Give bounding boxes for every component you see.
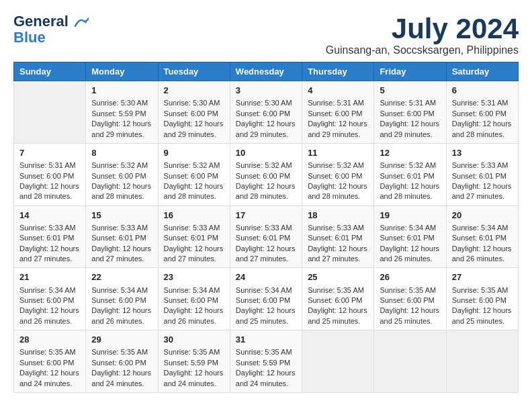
calendar-cell: 18Sunrise: 5:33 AM Sunset: 6:01 PM Dayli… [302,205,374,268]
calendar-cell: 19Sunrise: 5:34 AM Sunset: 6:01 PM Dayli… [374,205,446,268]
day-info: Sunrise: 5:34 AM Sunset: 6:01 PM Dayligh… [380,223,440,265]
logo-line2: Blue [13,30,89,46]
day-info: Sunrise: 5:35 AM Sunset: 6:00 PM Dayligh… [91,347,152,389]
day-info: Sunrise: 5:33 AM Sunset: 6:01 PM Dayligh… [308,223,368,265]
weekday-header-monday: Monday [86,62,158,81]
day-number: 17 [236,210,296,222]
calendar-cell [446,330,518,393]
weekday-header-thursday: Thursday [302,62,374,81]
calendar-cell: 23Sunrise: 5:34 AM Sunset: 6:00 PM Dayli… [158,268,230,330]
day-number: 14 [19,210,80,222]
day-info: Sunrise: 5:35 AM Sunset: 6:00 PM Dayligh… [19,347,80,389]
day-number: 7 [19,147,80,159]
calendar-cell: 8Sunrise: 5:32 AM Sunset: 6:00 PM Daylig… [86,143,158,205]
day-number: 11 [308,147,368,159]
day-number: 30 [164,334,224,346]
day-info: Sunrise: 5:32 AM Sunset: 6:00 PM Dayligh… [164,161,224,202]
logo-line1: General [13,13,89,30]
calendar-cell: 22Sunrise: 5:34 AM Sunset: 6:00 PM Dayli… [86,268,158,330]
calendar-cell: 15Sunrise: 5:33 AM Sunset: 6:01 PM Dayli… [86,205,158,268]
day-number: 13 [452,147,513,159]
calendar-cell: 21Sunrise: 5:34 AM Sunset: 6:00 PM Dayli… [14,268,86,330]
calendar-cell: 16Sunrise: 5:33 AM Sunset: 6:01 PM Dayli… [158,205,230,268]
calendar-cell [302,330,374,393]
calendar-cell: 31Sunrise: 5:35 AM Sunset: 5:59 PM Dayli… [230,330,302,393]
day-info: Sunrise: 5:33 AM Sunset: 6:01 PM Dayligh… [91,223,152,265]
day-info: Sunrise: 5:33 AM Sunset: 6:01 PM Dayligh… [164,223,224,265]
day-info: Sunrise: 5:31 AM Sunset: 6:00 PM Dayligh… [308,98,368,140]
calendar-cell: 20Sunrise: 5:34 AM Sunset: 6:01 PM Dayli… [446,205,518,268]
day-info: Sunrise: 5:33 AM Sunset: 6:01 PM Dayligh… [236,223,296,265]
day-info: Sunrise: 5:35 AM Sunset: 6:00 PM Dayligh… [308,285,368,327]
day-number: 28 [19,334,80,346]
calendar-cell: 14Sunrise: 5:33 AM Sunset: 6:01 PM Dayli… [14,205,86,268]
calendar-week-2: 7Sunrise: 5:31 AM Sunset: 6:00 PM Daylig… [14,143,519,205]
day-info: Sunrise: 5:35 AM Sunset: 6:00 PM Dayligh… [380,285,440,327]
calendar-week-4: 21Sunrise: 5:34 AM Sunset: 6:00 PM Dayli… [14,268,519,330]
calendar-cell: 4Sunrise: 5:31 AM Sunset: 6:00 PM Daylig… [302,81,374,144]
calendar-cell [14,81,86,144]
calendar-cell: 10Sunrise: 5:32 AM Sunset: 6:00 PM Dayli… [230,143,302,205]
day-info: Sunrise: 5:33 AM Sunset: 6:01 PM Dayligh… [452,161,513,202]
day-number: 27 [452,271,513,283]
day-number: 3 [236,85,296,97]
day-info: Sunrise: 5:30 AM Sunset: 6:00 PM Dayligh… [236,98,296,140]
calendar-cell: 30Sunrise: 5:35 AM Sunset: 5:59 PM Dayli… [158,330,230,393]
calendar-cell: 1Sunrise: 5:30 AM Sunset: 5:59 PM Daylig… [86,81,158,144]
calendar-cell: 24Sunrise: 5:34 AM Sunset: 6:00 PM Dayli… [230,268,302,330]
day-info: Sunrise: 5:31 AM Sunset: 6:00 PM Dayligh… [19,161,80,202]
calendar-cell: 3Sunrise: 5:30 AM Sunset: 6:00 PM Daylig… [230,81,302,144]
day-number: 9 [164,147,224,159]
day-number: 8 [91,147,152,159]
day-info: Sunrise: 5:35 AM Sunset: 6:00 PM Dayligh… [452,285,513,327]
day-number: 29 [91,334,152,346]
day-info: Sunrise: 5:33 AM Sunset: 6:01 PM Dayligh… [19,223,80,265]
day-info: Sunrise: 5:35 AM Sunset: 5:59 PM Dayligh… [236,347,296,389]
day-number: 23 [164,271,224,283]
day-info: Sunrise: 5:34 AM Sunset: 6:00 PM Dayligh… [164,285,224,327]
day-number: 2 [164,85,224,97]
calendar-week-1: 1Sunrise: 5:30 AM Sunset: 5:59 PM Daylig… [14,81,519,144]
day-number: 1 [91,85,152,97]
weekday-header-saturday: Saturday [446,62,518,81]
day-number: 5 [380,85,440,97]
month-year: July 2024 [326,13,519,44]
calendar-cell: 2Sunrise: 5:30 AM Sunset: 6:00 PM Daylig… [158,81,230,144]
day-number: 20 [452,210,513,222]
day-number: 31 [236,334,296,346]
day-info: Sunrise: 5:34 AM Sunset: 6:00 PM Dayligh… [91,285,152,327]
weekday-header-wednesday: Wednesday [230,62,302,81]
location: Guinsang-an, Soccsksargen, Philippines [326,44,519,56]
day-info: Sunrise: 5:32 AM Sunset: 6:00 PM Dayligh… [308,161,368,202]
calendar-table: SundayMondayTuesdayWednesdayThursdayFrid… [13,62,519,393]
calendar-cell: 6Sunrise: 5:31 AM Sunset: 6:00 PM Daylig… [446,81,518,144]
calendar-cell: 27Sunrise: 5:35 AM Sunset: 6:00 PM Dayli… [446,268,518,330]
day-number: 16 [164,210,224,222]
day-number: 6 [452,85,513,97]
calendar-cell: 17Sunrise: 5:33 AM Sunset: 6:01 PM Dayli… [230,205,302,268]
day-number: 10 [236,147,296,159]
day-info: Sunrise: 5:31 AM Sunset: 6:00 PM Dayligh… [380,98,440,140]
day-info: Sunrise: 5:35 AM Sunset: 5:59 PM Dayligh… [164,347,224,389]
calendar-week-5: 28Sunrise: 5:35 AM Sunset: 6:00 PM Dayli… [14,330,519,393]
day-info: Sunrise: 5:31 AM Sunset: 6:00 PM Dayligh… [452,98,513,140]
day-number: 18 [308,210,368,222]
day-info: Sunrise: 5:34 AM Sunset: 6:00 PM Dayligh… [236,285,296,327]
day-info: Sunrise: 5:30 AM Sunset: 5:59 PM Dayligh… [91,98,152,140]
day-number: 21 [19,271,80,283]
logo: General Blue [13,13,89,46]
calendar-cell: 9Sunrise: 5:32 AM Sunset: 6:00 PM Daylig… [158,143,230,205]
title-area: July 2024 Guinsang-an, Soccsksargen, Phi… [326,13,519,56]
calendar-header: SundayMondayTuesdayWednesdayThursdayFrid… [14,62,519,81]
day-number: 24 [236,271,296,283]
day-info: Sunrise: 5:32 AM Sunset: 6:00 PM Dayligh… [236,161,296,202]
day-info: Sunrise: 5:32 AM Sunset: 6:01 PM Dayligh… [380,161,440,202]
day-info: Sunrise: 5:30 AM Sunset: 6:00 PM Dayligh… [164,98,224,140]
calendar-cell: 11Sunrise: 5:32 AM Sunset: 6:00 PM Dayli… [302,143,374,205]
calendar-cell: 29Sunrise: 5:35 AM Sunset: 6:00 PM Dayli… [86,330,158,393]
calendar-cell: 5Sunrise: 5:31 AM Sunset: 6:00 PM Daylig… [374,81,446,144]
header: General Blue July 2024 Guinsang-an, Socc… [13,13,519,56]
calendar-cell: 13Sunrise: 5:33 AM Sunset: 6:01 PM Dayli… [446,143,518,205]
weekday-header-friday: Friday [374,62,446,81]
calendar-cell: 25Sunrise: 5:35 AM Sunset: 6:00 PM Dayli… [302,268,374,330]
